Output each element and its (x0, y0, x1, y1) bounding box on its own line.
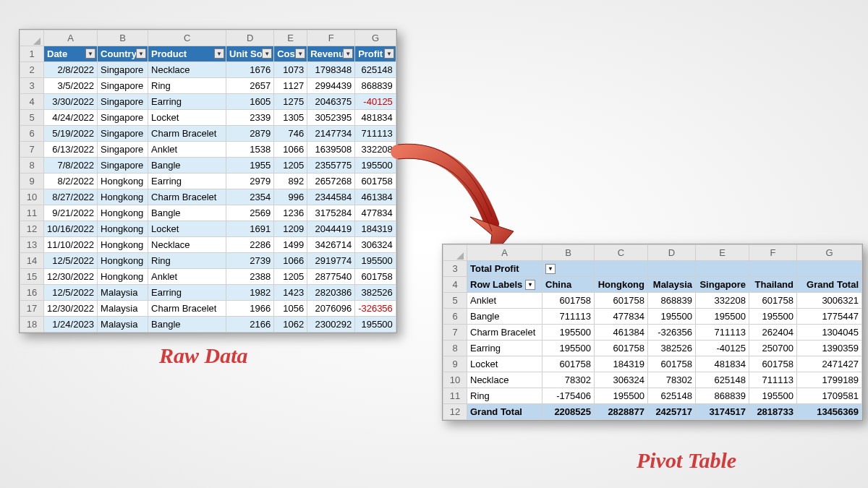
grand-total-cell[interactable]: 2208525 (542, 404, 595, 420)
cell[interactable]: 711113 (542, 309, 595, 325)
row-header[interactable]: 16 (20, 285, 44, 301)
row-header[interactable]: 17 (20, 301, 44, 317)
column-header[interactable]: E (696, 245, 749, 261)
cell[interactable]: 2471427 (797, 356, 862, 372)
table-header-cell[interactable]: Cost▼ (274, 46, 307, 62)
cell[interactable]: 1073 (274, 62, 307, 78)
cell[interactable]: Hongkong (98, 205, 148, 221)
cell[interactable]: 2388 (226, 269, 274, 285)
cell[interactable]: Singapore (98, 62, 148, 78)
cell[interactable]: 195500 (595, 388, 648, 404)
cell[interactable]: 461384 (355, 189, 396, 205)
cell[interactable]: Bangle (148, 317, 226, 333)
cell[interactable]: 2354 (226, 189, 274, 205)
column-header[interactable]: D (226, 30, 274, 46)
pivot-title-cell[interactable]: Total Profit (467, 261, 542, 277)
cell[interactable]: 2166 (226, 317, 274, 333)
pivot-row-label[interactable]: Necklace (467, 372, 542, 388)
cell[interactable]: 2569 (226, 205, 274, 221)
cell[interactable]: -175406 (542, 388, 595, 404)
cell[interactable]: Ring (148, 78, 226, 94)
cell[interactable]: 1236 (274, 205, 307, 221)
cell[interactable]: 2300292 (307, 317, 355, 333)
cell[interactable]: 2979 (226, 174, 274, 189)
column-header[interactable]: G (355, 30, 396, 46)
pivot-row-label[interactable]: Ring (467, 388, 542, 404)
cell[interactable]: 601758 (542, 293, 595, 309)
cell[interactable]: 1127 (274, 78, 307, 94)
cell[interactable]: 12/5/2022 (44, 285, 98, 301)
filter-dropdown-icon[interactable]: ▼ (384, 48, 394, 59)
cell[interactable]: 262404 (749, 325, 797, 341)
pivot-column-label[interactable]: Grand Total (797, 277, 862, 293)
cell[interactable]: 625148 (696, 372, 749, 388)
column-header[interactable]: C (148, 30, 226, 46)
cell[interactable]: 1799189 (797, 372, 862, 388)
cell[interactable]: 5/19/2022 (44, 126, 98, 142)
cell[interactable]: Singapore (98, 94, 148, 110)
row-header[interactable]: 10 (443, 372, 467, 388)
grand-total-cell[interactable]: 13456369 (797, 404, 862, 420)
pivot-column-label[interactable]: Thailand (749, 277, 797, 293)
cell[interactable] (749, 261, 797, 277)
cell[interactable]: 746 (274, 126, 307, 142)
cell[interactable]: 250700 (749, 341, 797, 356)
cell[interactable]: 625148 (355, 62, 396, 78)
cell[interactable]: 2339 (226, 110, 274, 126)
cell[interactable]: 601758 (648, 356, 696, 372)
pivot-column-dropdown[interactable]: ▾ (542, 261, 595, 277)
pivot-column-label[interactable]: Malaysia (648, 277, 696, 293)
cell[interactable]: Malaysia (98, 285, 148, 301)
cell[interactable]: 195500 (355, 317, 396, 333)
cell[interactable]: 477834 (355, 205, 396, 221)
pivot-column-label[interactable]: Hongkong (595, 277, 648, 293)
cell[interactable]: 1062 (274, 317, 307, 333)
cell[interactable]: Hongkong (98, 174, 148, 189)
cell[interactable]: 195500 (696, 309, 749, 325)
cell[interactable]: 12/30/2022 (44, 269, 98, 285)
table-header-cell[interactable]: Unit Sold▼ (226, 46, 274, 62)
cell[interactable] (797, 261, 862, 277)
cell[interactable]: 2657 (226, 78, 274, 94)
cell[interactable]: 2994439 (307, 78, 355, 94)
row-header[interactable]: 11 (20, 205, 44, 221)
filter-dropdown-icon[interactable]: ▼ (295, 48, 305, 59)
cell[interactable]: 3175284 (307, 205, 355, 221)
grand-total-cell[interactable]: 2425717 (648, 404, 696, 420)
cell[interactable]: 601758 (542, 356, 595, 372)
column-header[interactable]: G (797, 245, 862, 261)
cell[interactable]: 184319 (355, 221, 396, 237)
cell[interactable]: 382526 (648, 341, 696, 356)
cell[interactable]: Necklace (148, 62, 226, 78)
cell[interactable]: 1709581 (797, 388, 862, 404)
row-header[interactable]: 5 (443, 293, 467, 309)
cell[interactable]: 195500 (355, 158, 396, 174)
row-header[interactable]: 3 (20, 78, 44, 94)
cell[interactable]: 2739 (226, 253, 274, 269)
cell[interactable]: 1056 (274, 301, 307, 317)
cell[interactable]: 1305 (274, 110, 307, 126)
row-header[interactable]: 6 (20, 126, 44, 142)
row-header[interactable]: 7 (20, 142, 44, 158)
cell[interactable]: 481834 (355, 110, 396, 126)
cell[interactable]: 3006321 (797, 293, 862, 309)
column-header[interactable]: F (749, 245, 797, 261)
row-header[interactable]: 6 (443, 309, 467, 325)
cell[interactable]: -326356 (648, 325, 696, 341)
row-header[interactable]: 4 (443, 277, 467, 293)
grand-total-cell[interactable]: 2828877 (595, 404, 648, 420)
filter-dropdown-icon[interactable]: ▼ (262, 48, 272, 59)
cell[interactable]: 1205 (274, 158, 307, 174)
cell[interactable]: Necklace (148, 237, 226, 253)
cell[interactable]: Hongkong (98, 253, 148, 269)
filter-dropdown-icon[interactable]: ▼ (136, 48, 146, 59)
cell[interactable]: 12/30/2022 (44, 301, 98, 317)
cell[interactable]: Singapore (98, 142, 148, 158)
table-header-cell[interactable]: Product▼ (148, 46, 226, 62)
cell[interactable]: Hongkong (98, 221, 148, 237)
cell[interactable]: 1676 (226, 62, 274, 78)
cell[interactable]: 6/13/2022 (44, 142, 98, 158)
cell[interactable]: -40125 (355, 94, 396, 110)
cell[interactable]: Earring (148, 285, 226, 301)
cell[interactable]: 625148 (648, 388, 696, 404)
